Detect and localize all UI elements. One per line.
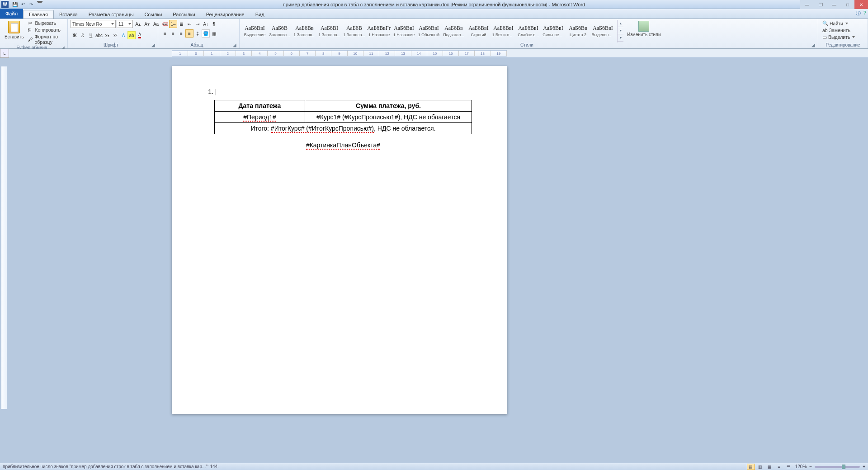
document-page[interactable]: Дата платежа Сумма платежа, руб. #Период…: [172, 66, 507, 414]
styles-gallery[interactable]: АаБбВвIВыделениеАаБбВЗаголово...АаБбВв1 …: [242, 20, 615, 42]
tab-mailings[interactable]: Рассылки: [167, 10, 200, 19]
restore-button[interactable]: ❐: [814, 0, 827, 9]
replace-button[interactable]: abЗаменить: [821, 27, 856, 33]
align-left-button[interactable]: ≡: [161, 29, 169, 38]
dialog-launcher-icon[interactable]: ◢: [151, 42, 155, 47]
select-button[interactable]: ▭Выделить: [821, 34, 856, 40]
help-icon[interactable]: ?: [863, 10, 866, 17]
style-item[interactable]: АаБбВвI1 Название: [392, 20, 416, 42]
zoom-level[interactable]: 120%: [795, 464, 807, 469]
style-item[interactable]: АаБбВвI1 Без инте...: [491, 20, 516, 42]
strike-button[interactable]: abc: [95, 31, 103, 39]
fullscreen-view-button[interactable]: ▥: [756, 464, 764, 470]
styles-expand-icon[interactable]: ▾: [618, 34, 623, 42]
tab-file[interactable]: Файл: [0, 9, 23, 19]
find-button[interactable]: 🔍Найти: [821, 20, 856, 27]
cut-button[interactable]: ✂Вырезать: [27, 20, 65, 26]
print-layout-view-button[interactable]: ▤: [747, 464, 755, 470]
increase-indent-button[interactable]: ⇥: [193, 20, 202, 28]
tab-selector-button[interactable]: L: [0, 49, 9, 58]
zoom-in-button[interactable]: +: [863, 464, 865, 469]
align-center-button[interactable]: ≡: [169, 29, 177, 38]
styles-scroll-up-icon[interactable]: ▴: [618, 20, 623, 27]
copy-button[interactable]: ⎘Копировать: [27, 27, 65, 33]
highlight-button[interactable]: ab: [127, 31, 136, 39]
caption-text[interactable]: #КартинкаПланОбъекта#: [214, 141, 472, 149]
subscript-button[interactable]: x₂: [103, 31, 111, 39]
web-view-button[interactable]: ▦: [765, 464, 774, 470]
line-spacing-button[interactable]: ‡: [193, 29, 202, 38]
style-item[interactable]: АаБбВвIСильное ...: [541, 20, 566, 42]
style-item[interactable]: АаБбВвIВыделенн...: [590, 20, 615, 42]
sort-button[interactable]: A↓: [202, 20, 210, 28]
show-marks-button[interactable]: ¶: [210, 20, 218, 28]
horizontal-ruler[interactable]: 1012345678910111213141516171819: [172, 50, 507, 56]
table-header-row[interactable]: Дата платежа Сумма платежа, руб.: [215, 100, 472, 112]
document-workspace[interactable]: Дата платежа Сумма платежа, руб. #Период…: [0, 58, 868, 463]
vertical-ruler[interactable]: [1, 66, 7, 409]
shrink-font-button[interactable]: A▾: [143, 20, 151, 28]
align-right-button[interactable]: ≡: [177, 29, 185, 38]
style-item[interactable]: АаБбВвПодзагол...: [441, 20, 466, 42]
italic-button[interactable]: К: [79, 31, 87, 39]
styles-scroll-down-icon[interactable]: ▾: [618, 27, 623, 34]
text-effects-button[interactable]: A: [119, 31, 127, 39]
font-family-select[interactable]: Times New Ro: [71, 20, 116, 28]
undo-icon[interactable]: ↶: [19, 1, 27, 8]
zoom-thumb[interactable]: [842, 465, 845, 469]
decrease-indent-button[interactable]: ⇤: [185, 20, 193, 28]
shading-button[interactable]: 🪣: [202, 29, 210, 38]
table-cell[interactable]: Итого: #ИтогКурс# (#ИтогКурсПрописью#), …: [215, 123, 472, 134]
bullets-button[interactable]: •–: [161, 20, 169, 28]
tab-insert[interactable]: Вставка: [54, 10, 83, 19]
font-color-button[interactable]: A: [136, 31, 144, 39]
format-painter-button[interactable]: 🖌Формат по образцу: [27, 33, 65, 45]
zoom-out-button[interactable]: −: [809, 464, 812, 469]
style-item[interactable]: АаБбВЗаголово...: [267, 20, 292, 42]
zoom-slider[interactable]: [815, 466, 860, 468]
justify-button[interactable]: ≡: [185, 29, 193, 38]
underline-button[interactable]: Ч: [87, 31, 95, 39]
ribbon-help-icon[interactable]: ⓘ: [856, 10, 861, 17]
tab-view[interactable]: Вид: [250, 10, 270, 19]
table-header-cell[interactable]: Сумма платежа, руб.: [305, 100, 472, 112]
style-item[interactable]: АаБбВв1 Заголов...: [292, 20, 317, 42]
tab-home[interactable]: Главная: [23, 10, 54, 19]
table-header-cell[interactable]: Дата платежа: [215, 100, 305, 112]
grow-font-button[interactable]: A▴: [134, 20, 142, 28]
document-table[interactable]: Дата платежа Сумма платежа, руб. #Период…: [214, 100, 472, 134]
outer-minimize-button[interactable]: —: [827, 0, 841, 9]
draft-view-button[interactable]: ☰: [784, 464, 793, 470]
style-item[interactable]: АаБбВ1 Заголов...: [342, 20, 367, 42]
paste-button[interactable]: Вставить: [3, 20, 25, 40]
outer-maximize-button[interactable]: □: [841, 0, 854, 9]
table-cell[interactable]: #Курс1# (#КурсПрописью1#), НДС не облага…: [305, 112, 472, 123]
borders-button[interactable]: ▦: [210, 29, 218, 38]
tab-review[interactable]: Рецензирование: [201, 10, 250, 19]
multilevel-button[interactable]: ≣: [177, 20, 185, 28]
close-button[interactable]: ✕: [854, 0, 868, 9]
style-item[interactable]: АаБбВвIСтрогий: [466, 20, 491, 42]
list-item[interactable]: [208, 88, 471, 95]
style-item[interactable]: АаБбВвIСлабое в...: [516, 20, 541, 42]
style-item[interactable]: АаБбВвГг1 Название: [367, 20, 392, 42]
outline-view-button[interactable]: ≡: [775, 464, 783, 470]
change-styles-button[interactable]: Изменить стили: [625, 20, 662, 42]
redo-icon[interactable]: ↷: [28, 1, 35, 8]
dialog-launcher-icon[interactable]: ◢: [811, 42, 815, 47]
tab-references[interactable]: Ссылки: [139, 10, 168, 19]
qat-more-icon[interactable]: [36, 1, 43, 8]
table-row[interactable]: #Период1# #Курс1# (#КурсПрописью1#), НДС…: [215, 112, 472, 123]
save-icon[interactable]: 💾: [11, 1, 19, 8]
tab-layout[interactable]: Разметка страницы: [83, 10, 139, 19]
font-size-select[interactable]: 11: [117, 20, 133, 28]
bold-button[interactable]: Ж: [71, 31, 79, 39]
style-item[interactable]: АаБбВвIВыделение: [242, 20, 267, 42]
dialog-launcher-icon[interactable]: ◢: [233, 42, 236, 47]
style-item[interactable]: АаБбВI1 Заголов...: [317, 20, 342, 42]
superscript-button[interactable]: x²: [111, 31, 119, 39]
table-row[interactable]: Итого: #ИтогКурс# (#ИтогКурсПрописью#), …: [215, 123, 472, 134]
style-item[interactable]: АаБбВвI1 Обычный: [416, 20, 441, 42]
style-item[interactable]: АаБбВвЦитата 2: [566, 20, 590, 42]
minimize-button[interactable]: —: [800, 0, 814, 9]
